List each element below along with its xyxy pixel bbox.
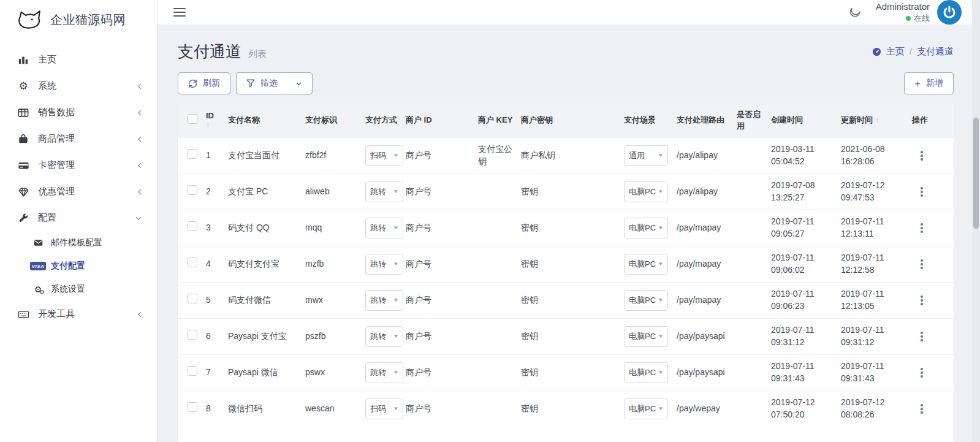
row-actions-menu[interactable] [916,221,928,235]
pay-method-select[interactable]: 扫码▼ [365,145,403,166]
sidebar-item-products[interactable]: 商品管理 [0,126,157,152]
caret-down-icon: ▼ [393,261,399,267]
pay-scene-select[interactable]: 电脑PC▼ [624,362,668,383]
sidebar-item-system[interactable]: ⚙ 系统 [0,73,157,99]
row-created-time: 2019-07-11 09:31:12 [771,324,841,348]
column-header-route: 支付处理路由 [677,115,737,126]
pay-method-select[interactable]: 跳转▼ [365,290,403,311]
caret-down-icon: ▼ [658,333,664,340]
row-merchant-secret: 密钥 [521,330,624,343]
sidebar-item-card-keys[interactable]: 卡密管理 [0,152,157,178]
breadcrumb-home[interactable]: 主页 [886,46,905,58]
sidebar-item-dev-tools[interactable]: 开发工具 [0,301,157,327]
row-pay-name: Paysapi 微信 [228,367,305,379]
refresh-button[interactable]: 刷新 [178,72,230,94]
filter-button[interactable]: 筛选 [236,72,313,94]
row-merchant-id: 商户号 [406,367,478,379]
table-row: 3 码支付 QQ mqq 跳转▼ 商户号 密钥 电脑PC▼ /pay/mapay… [178,210,954,246]
caret-down-icon: ▼ [658,261,664,267]
row-pay-code: wescan [305,403,365,415]
row-merchant-secret: 密钥 [521,403,624,415]
row-pay-name: 支付宝 PC [228,186,305,198]
pay-scene-select[interactable]: 电脑PC▼ [624,218,668,238]
row-created-time: 2019-07-08 13:25:27 [771,180,841,204]
pay-scene-select[interactable]: 电脑PC▼ [624,181,668,202]
pay-method-select[interactable]: 跳转▼ [365,326,403,347]
sort-asc-icon: ↑ [875,115,879,124]
pay-scene-select[interactable]: 电脑PC▼ [624,326,668,347]
pay-method-select[interactable]: 跳转▼ [365,218,403,238]
pay-scene-select[interactable]: 电脑PC▼ [624,398,668,419]
row-checkbox[interactable] [188,330,197,340]
pay-scene-select[interactable]: 电脑PC▼ [624,254,668,275]
pay-method-select[interactable]: 跳转▼ [365,362,403,383]
caret-down-icon: ▼ [393,224,399,231]
sidebar: 企业猫源码网 主页 ⚙ 系统 销售数据 [0,0,158,442]
sidebar-item-label: 开发工具 [38,308,75,320]
sidebar-item-label: 销售数据 [38,107,75,118]
hamburger-menu-icon[interactable] [173,8,186,17]
sidebar-item-label: 支付配置 [51,261,85,272]
filter-label: 筛选 [260,78,278,89]
row-updated-time: 2019-07-11 12:13:05 [841,288,912,312]
row-checkbox[interactable] [188,257,197,267]
sidebar-item-label: 卡密管理 [38,159,75,171]
pay-scene-select[interactable]: 通用▼ [624,145,668,166]
column-header-enabled: 是否启用 [737,109,771,131]
row-checkbox[interactable] [188,294,197,303]
sidebar-item-sales-data[interactable]: 销售数据 [0,99,157,126]
payment-table-card: ID↑ 支付名称 支付标识 支付方式 商户 ID 商户 KEY 商户密钥 支付场… [178,104,954,442]
row-actions-menu[interactable] [916,365,928,380]
column-header-name: 支付名称 [228,115,305,126]
row-created-time: 2019-07-12 07:50:20 [771,397,841,421]
add-label: 新增 [926,78,943,89]
table-row: 8 微信扫码 wescan 扫码▼ 商户号 密钥 电脑PC▼ /pay/wepa… [178,391,954,427]
scrollbar-thumb[interactable] [973,118,979,229]
sidebar-item-system-settings[interactable]: ⚙⚙ 系统设置 [0,278,157,301]
row-actions-menu[interactable] [916,185,928,199]
pay-method-select[interactable]: 跳转▼ [365,181,403,202]
row-actions-menu[interactable] [916,257,928,272]
row-updated-time: 2019-07-11 09:31:12 [841,324,912,348]
table-icon [17,107,30,118]
row-checkbox[interactable] [188,366,197,376]
sidebar-item-config[interactable]: 配置 [0,205,157,231]
row-actions-menu[interactable] [916,402,928,416]
row-id: 6 [206,330,228,343]
online-status: 在线 [914,13,930,24]
pay-method-select[interactable]: 跳转▼ [365,254,403,275]
dark-mode-toggle[interactable] [848,6,861,19]
row-checkbox[interactable] [188,185,197,195]
caret-down-icon: ▼ [393,188,399,195]
power-icon [942,5,957,20]
column-header-updated[interactable]: 更新时间 ↑ [841,115,912,126]
pay-method-select[interactable]: 扫码▼ [365,398,403,419]
column-header-id[interactable]: ID↑ [206,112,228,129]
pay-scene-select[interactable]: 电脑PC▼ [624,290,668,311]
table-header-row: ID↑ 支付名称 支付标识 支付方式 商户 ID 商户 KEY 商户密钥 支付场… [178,104,954,137]
cat-logo-icon [16,9,43,31]
gears-icon: ⚙⚙ [32,285,44,294]
row-pay-code: aliweb [305,186,365,198]
plus-icon: + [914,78,921,89]
row-actions-menu[interactable] [916,148,928,163]
row-checkbox[interactable] [188,149,197,159]
sidebar-item-home[interactable]: 主页 [0,47,157,73]
row-actions-menu[interactable] [916,293,928,308]
add-button[interactable]: + 新增 [904,72,954,94]
sidebar-item-label: 系统设置 [51,284,85,295]
row-checkbox[interactable] [188,221,197,231]
wrench-icon [17,213,30,224]
row-pay-code: mwx [305,294,365,307]
table-body: 1 支付宝当面付 zfbf2f 扫码▼ 商户号 支付宝公钥 商户私钥 通用▼ /… [178,137,954,427]
sidebar-item-payment-config[interactable]: VISA 支付配置 [0,254,157,278]
row-created-time: 2019-07-11 09:05:27 [771,216,841,240]
sidebar-item-email-template[interactable]: 邮件模板配置 [0,231,157,254]
select-all-checkbox[interactable] [188,114,197,124]
row-checkbox[interactable] [188,402,197,412]
avatar[interactable] [937,0,962,25]
user-menu[interactable]: Administrator 在线 [876,0,962,25]
brand[interactable]: 企业猫源码网 [0,0,157,39]
sidebar-item-discounts[interactable]: 优惠管理 [0,178,157,205]
row-actions-menu[interactable] [916,329,928,344]
